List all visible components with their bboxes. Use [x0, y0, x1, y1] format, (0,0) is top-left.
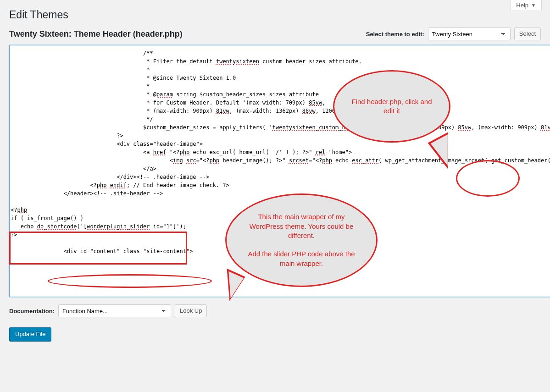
select-theme-label: Select theme to edit: [366, 31, 424, 38]
function-name-select[interactable]: Function Name... [58, 304, 171, 317]
documentation-label: Documentation: [9, 308, 55, 315]
editing-file-heading: Twenty Sixteen: Theme Header (header.php… [9, 29, 366, 39]
theme-select[interactable]: Twenty Sixteen [428, 28, 511, 40]
annotation-bubble-2: This the main wrapper of my WordPress th… [225, 193, 378, 287]
help-label: Help [516, 2, 528, 9]
help-tab[interactable]: Help ▼ [510, 0, 542, 11]
page-title: Edit Themes [9, 5, 541, 21]
chevron-down-icon: ▼ [531, 3, 536, 8]
update-file-button[interactable]: Update File [9, 327, 51, 341]
select-button[interactable]: Select [514, 28, 541, 40]
annotation-bubble-1: Find header.php, click and edit it [333, 70, 450, 143]
lookup-button[interactable]: Look Up [175, 304, 207, 317]
